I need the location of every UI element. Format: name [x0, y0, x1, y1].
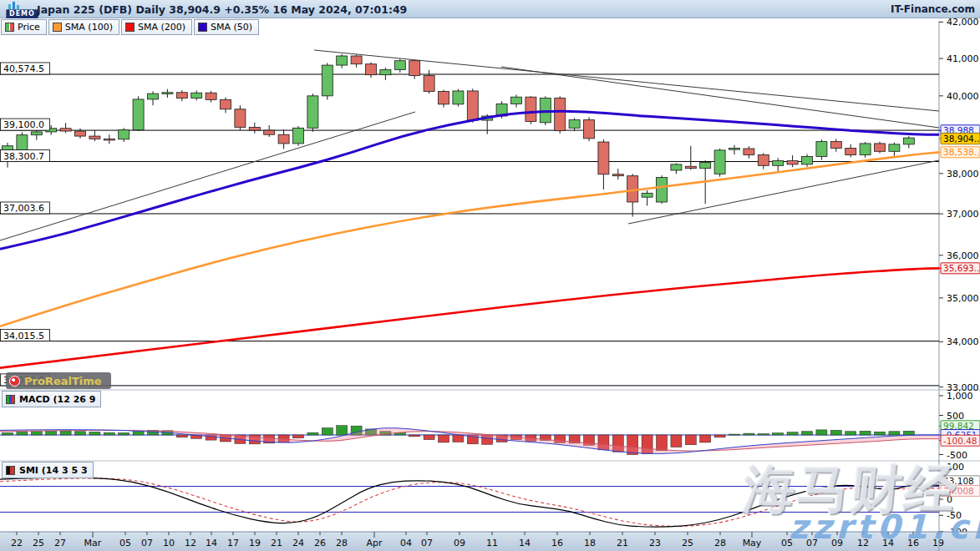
svg-text:38,000: 38,000 [947, 169, 979, 179]
watermark-url: zzrt01.cn [789, 508, 980, 546]
legend-item-sma100[interactable]: SMA (100) [48, 19, 119, 35]
smi-legend-label: SMI (14 3 5 3 [19, 465, 88, 476]
svg-text:27: 27 [54, 538, 66, 548]
svg-text:40,000: 40,000 [947, 91, 979, 102]
sma100-swatch-icon [53, 23, 62, 32]
svg-text:38,300.7: 38,300.7 [3, 151, 44, 162]
svg-text:18: 18 [584, 538, 596, 548]
svg-text:07: 07 [421, 538, 433, 548]
legend-item-sma50[interactable]: SMA (50) [194, 19, 259, 35]
svg-text:39,100.0: 39,100.0 [3, 119, 44, 130]
svg-text:35,693..: 35,693.. [943, 263, 979, 273]
svg-text:23: 23 [649, 538, 661, 548]
smi-legend[interactable]: SMI (14 3 5 3 [2, 462, 94, 478]
svg-text:17: 17 [227, 538, 239, 548]
svg-text:09: 09 [454, 538, 465, 548]
prorealtime-logo-icon [9, 376, 20, 387]
brand-link[interactable]: IT-Finance.com [891, 3, 975, 15]
svg-text:Mar: Mar [84, 538, 102, 548]
svg-text:24: 24 [292, 538, 304, 548]
price-level-labels: 40,574.539,100.038,300.737,003.634,015.5… [1, 63, 50, 386]
sma200-swatch-icon [125, 23, 135, 32]
svg-text:25: 25 [33, 538, 44, 548]
svg-text:38,904..: 38,904.. [943, 134, 979, 144]
svg-text:04: 04 [400, 538, 412, 548]
svg-text:500: 500 [947, 411, 964, 422]
svg-text:May: May [743, 538, 762, 548]
svg-text:14: 14 [519, 538, 531, 548]
svg-text:41,000: 41,000 [947, 53, 979, 64]
macd-legend[interactable]: MACD (12 26 9 [2, 391, 101, 407]
svg-text:37,000: 37,000 [947, 209, 979, 220]
legend-label: Price [18, 22, 40, 33]
svg-text:36,000: 36,000 [947, 250, 979, 261]
macd-icon [6, 395, 15, 404]
axis-badges: 38,988..38,538..35,693..38,904..99.842-0… [939, 125, 980, 497]
prorealtime-label: ProRealTime [24, 375, 102, 387]
svg-text:26: 26 [314, 538, 326, 548]
svg-text:28: 28 [336, 538, 348, 548]
svg-text:34,015.5: 34,015.5 [3, 331, 44, 341]
svg-text:12: 12 [185, 538, 196, 548]
chart-area: 40,574.539,100.038,300.737,003.634,015.5… [0, 18, 980, 551]
svg-text:14: 14 [206, 538, 217, 548]
svg-text:22: 22 [11, 538, 23, 548]
svg-text:38,538..: 38,538.. [943, 147, 979, 157]
titlebar: DEMO Japan 225 (DFB) Daily 38,904.9 +0.3… [0, 0, 980, 18]
svg-text:21: 21 [617, 538, 628, 548]
sma-layer [0, 111, 939, 367]
charting-app: DEMO Japan 225 (DFB) Daily 38,904.9 +0.3… [0, 0, 980, 551]
svg-text:25: 25 [682, 538, 693, 548]
legend-item-price[interactable]: Price [1, 19, 47, 35]
svg-text:05: 05 [119, 538, 131, 548]
price-legend-row: Price SMA (100) SMA (200) SMA (50) [1, 19, 259, 35]
svg-text:10: 10 [163, 538, 175, 548]
legend-label: SMA (100) [65, 22, 113, 33]
prorealtime-watermark: ProRealTime [6, 372, 111, 389]
macd-panel: 1,000500-500 [0, 391, 973, 461]
svg-text:42,000: 42,000 [947, 18, 979, 28]
candles-layer [3, 54, 915, 217]
macd-legend-label: MACD (12 26 9 [19, 394, 95, 405]
smi-icon [6, 466, 15, 475]
candles-icon [5, 23, 14, 32]
svg-text:35,000: 35,000 [947, 293, 979, 304]
svg-text:1,000: 1,000 [947, 391, 973, 402]
instrument-title: Japan 225 (DFB) Daily 38,904.9 +0.35% 16… [37, 3, 407, 16]
svg-text:21: 21 [271, 538, 282, 548]
svg-text:28: 28 [714, 538, 726, 548]
svg-text:Apr: Apr [366, 538, 383, 548]
legend-label: SMA (200) [138, 22, 185, 33]
svg-text:11: 11 [486, 538, 498, 548]
legend-item-sma200[interactable]: SMA (200) [121, 19, 192, 35]
svg-text:-100.48: -100.48 [943, 436, 977, 446]
svg-text:19: 19 [249, 538, 261, 548]
svg-text:07: 07 [141, 538, 153, 548]
price-axis-ticks: 42,00041,00040,00038,00037,00036,00035,0… [939, 18, 979, 393]
svg-text:34,000: 34,000 [947, 336, 979, 347]
svg-text:40,574.5: 40,574.5 [3, 63, 44, 74]
sma50-swatch-icon [198, 23, 207, 32]
svg-text:16: 16 [551, 538, 563, 548]
svg-text:37,003.6: 37,003.6 [3, 203, 44, 214]
legend-label: SMA (50) [211, 22, 252, 33]
